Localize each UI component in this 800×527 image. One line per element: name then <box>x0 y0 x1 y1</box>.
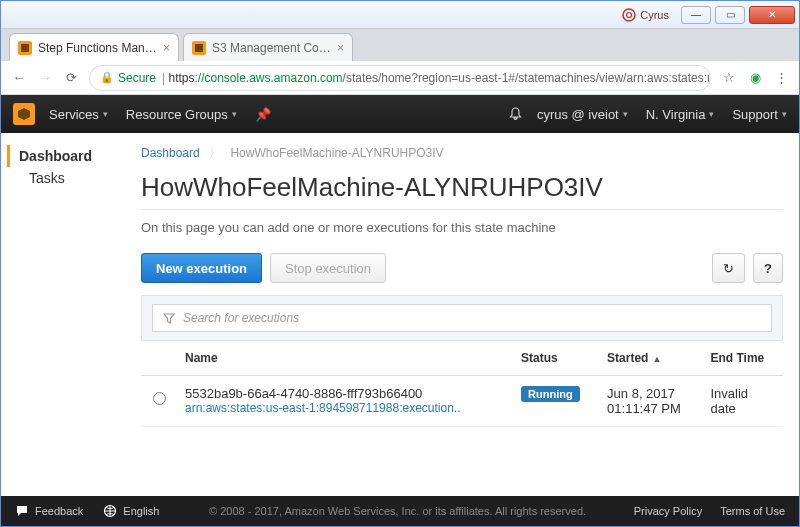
search-input[interactable]: Search for executions <box>152 304 772 332</box>
feedback-link[interactable]: Feedback <box>15 504 83 518</box>
tab-close-icon[interactable]: × <box>163 41 170 55</box>
speech-bubble-icon <box>15 504 29 518</box>
chevron-down-icon: ▾ <box>709 109 714 119</box>
window-minimize-button[interactable]: — <box>681 6 711 24</box>
page-title: HowWhoFeelMachine-ALYNRUHPO3IV <box>141 172 783 203</box>
terms-link[interactable]: Terms of Use <box>720 505 785 517</box>
menu-icon[interactable]: ⋮ <box>773 70 789 85</box>
row-select-radio[interactable] <box>153 392 166 405</box>
chevron-down-icon: ▾ <box>232 109 237 119</box>
app-icon <box>622 8 636 22</box>
divider <box>141 209 783 210</box>
sort-asc-icon: ▲ <box>652 354 661 364</box>
content-wrapper: Dashboard Tasks Dashboard 〉 HowWhoFeelMa… <box>1 133 799 498</box>
col-started[interactable]: Started▲ <box>599 341 702 376</box>
lock-icon: 🔒 <box>100 71 114 84</box>
table-header-row: Name Status Started▲ End Time <box>141 341 783 376</box>
chevron-down-icon: ▾ <box>782 109 787 119</box>
sidebar: Dashboard Tasks <box>1 133 131 498</box>
window-close-button[interactable]: ✕ <box>749 6 795 24</box>
help-icon: ? <box>764 261 772 276</box>
col-select <box>141 341 177 376</box>
nav-support[interactable]: Support▾ <box>732 107 787 122</box>
window-app-label: Cyrus <box>622 8 669 22</box>
svg-point-1 <box>627 12 632 17</box>
forward-icon[interactable]: → <box>37 70 53 85</box>
browser-tab-step-functions[interactable]: Step Functions Managem × <box>9 33 179 61</box>
status-badge: Running <box>521 386 580 402</box>
cell-started: Jun 8, 2017 01:11:47 PM <box>599 376 702 427</box>
page-description: On this page you can add one or more exe… <box>141 220 783 235</box>
url-scheme: https <box>168 71 194 85</box>
window-maximize-button[interactable]: ▭ <box>715 6 745 24</box>
footer-bar: Feedback English © 2008 - 2017, Amazon W… <box>1 496 799 526</box>
execution-arn-link[interactable]: arn:aws:states:us-east-1:894598711988:ex… <box>185 401 505 415</box>
tab-close-icon[interactable]: × <box>337 41 344 55</box>
profile-icon[interactable]: ◉ <box>747 70 763 85</box>
nav-user[interactable]: cyrus @ iveiot▾ <box>537 107 628 122</box>
breadcrumb-current: HowWhoFeelMachine-ALYNRUHPO3IV <box>230 146 443 160</box>
url-path: /states/home?region=us-east-1#/statemach… <box>343 71 711 85</box>
aws-logo-icon[interactable] <box>13 103 35 125</box>
table-row[interactable]: 5532ba9b-66a4-4740-8886-fff793b66400 arn… <box>141 376 783 427</box>
star-icon[interactable]: ☆ <box>721 70 737 85</box>
favicon-icon <box>192 41 206 55</box>
filter-icon <box>163 312 175 324</box>
refresh-icon: ↻ <box>723 261 734 276</box>
language-selector[interactable]: English <box>103 504 159 518</box>
chevron-right-icon: 〉 <box>209 146 221 160</box>
chevron-down-icon: ▾ <box>103 109 108 119</box>
svg-marker-6 <box>18 108 30 120</box>
col-end[interactable]: End Time <box>703 341 784 376</box>
browser-tab-strip: Step Functions Managem × S3 Management C… <box>1 29 799 61</box>
svg-rect-3 <box>21 44 29 52</box>
breadcrumb-root[interactable]: Dashboard <box>141 146 200 160</box>
search-placeholder: Search for executions <box>183 311 299 325</box>
sidebar-item-tasks[interactable]: Tasks <box>19 167 131 189</box>
aws-top-nav: Services▾ Resource Groups▾ 📌 cyrus @ ive… <box>1 95 799 133</box>
address-bar[interactable]: 🔒 Secure | https ://console.aws.amazon.c… <box>89 65 711 91</box>
reload-icon[interactable]: ⟳ <box>63 70 79 85</box>
new-execution-button[interactable]: New execution <box>141 253 262 283</box>
main-panel: Dashboard 〉 HowWhoFeelMachine-ALYNRUHPO3… <box>131 133 799 498</box>
globe-icon <box>103 504 117 518</box>
browser-tab-s3[interactable]: S3 Management Console × <box>183 33 353 61</box>
action-bar: New execution Stop execution ↻ ? <box>141 253 783 283</box>
browser-toolbar: ← → ⟳ 🔒 Secure | https ://console.aws.am… <box>1 61 799 95</box>
svg-rect-5 <box>195 44 203 52</box>
col-name[interactable]: Name <box>177 341 513 376</box>
nav-region[interactable]: N. Virginia▾ <box>646 107 715 122</box>
nav-resource-groups[interactable]: Resource Groups▾ <box>126 107 237 122</box>
cell-end: Invalid date <box>703 376 784 427</box>
help-button[interactable]: ? <box>753 253 783 283</box>
col-status[interactable]: Status <box>513 341 599 376</box>
execution-name: 5532ba9b-66a4-4740-8886-fff793b66400 <box>185 386 505 401</box>
privacy-link[interactable]: Privacy Policy <box>634 505 702 517</box>
search-wrap: Search for executions <box>141 295 783 341</box>
bell-icon[interactable] <box>508 107 523 122</box>
executions-table: Name Status Started▲ End Time 5532ba9b-6… <box>141 341 783 427</box>
window-title-bar: Cyrus — ▭ ✕ <box>1 1 799 29</box>
url-host: ://console.aws.amazon.com <box>195 71 343 85</box>
breadcrumb: Dashboard 〉 HowWhoFeelMachine-ALYNRUHPO3… <box>141 145 783 162</box>
secure-label: Secure <box>118 71 156 85</box>
tab-title: Step Functions Managem <box>38 41 157 55</box>
chevron-down-icon: ▾ <box>623 109 628 119</box>
back-icon[interactable]: ← <box>11 70 27 85</box>
tab-title: S3 Management Console <box>212 41 331 55</box>
favicon-icon <box>18 41 32 55</box>
nav-pin-icon[interactable]: 📌 <box>255 107 271 122</box>
stop-execution-button[interactable]: Stop execution <box>270 253 386 283</box>
nav-services[interactable]: Services▾ <box>49 107 108 122</box>
cell-name: 5532ba9b-66a4-4740-8886-fff793b66400 arn… <box>177 376 513 427</box>
sidebar-item-dashboard[interactable]: Dashboard <box>7 145 131 167</box>
cell-status: Running <box>513 376 599 427</box>
svg-point-0 <box>623 9 635 21</box>
refresh-button[interactable]: ↻ <box>712 253 745 283</box>
footer-copyright: © 2008 - 2017, Amazon Web Services, Inc.… <box>179 505 615 517</box>
